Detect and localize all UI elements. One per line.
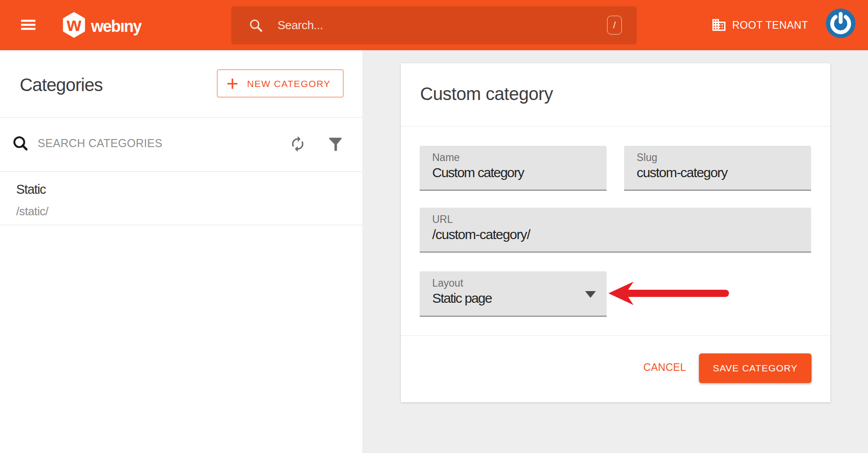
svg-text:w: w [66,14,82,35]
